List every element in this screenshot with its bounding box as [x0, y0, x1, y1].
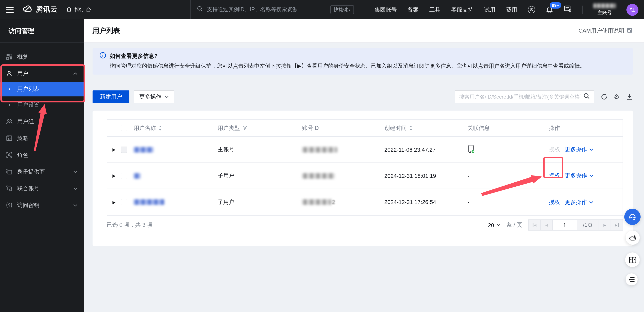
account-id-blurred [302, 147, 337, 152]
nav-tools[interactable]: 工具 [429, 6, 440, 14]
sidebar-item-label: 用户设置 [17, 101, 40, 109]
tencent-cloud-logo[interactable]: 腾讯云 [22, 5, 58, 14]
info-banner-title: 如何查看更多信息? [110, 52, 158, 60]
sidebar-item-label: 策略 [17, 134, 28, 142]
phone-verified-icon [468, 144, 475, 155]
row-more-label: 更多操作 [565, 198, 587, 206]
topbar: 腾讯云 控制台 支持通过实例ID、IP、名称等搜索资源 快捷键 / 集团账号 备… [0, 0, 644, 19]
linked-info-cell [468, 144, 549, 155]
row-more-actions[interactable]: 更多操作 [565, 198, 594, 206]
user-name-blurred[interactable] [134, 173, 140, 178]
info-banner: 如何查看更多信息? 访问管理对您的敏感信息进行安全升级保护，您可以点击列表中左侧… [92, 48, 633, 74]
user-name-blurred[interactable] [134, 147, 154, 152]
selection-summary: 已选 0 项，共 3 项 [107, 221, 152, 229]
sidebar-item-federated[interactable]: 联合账号 [0, 180, 84, 197]
chevron-down-icon [589, 201, 594, 203]
bullet-icon: • [6, 86, 17, 92]
row-more-actions[interactable]: 更多操作 [565, 172, 594, 180]
nav-support[interactable]: 客服支持 [451, 6, 474, 14]
current-page-input[interactable]: 1 [553, 220, 577, 230]
sort-icon[interactable] [158, 125, 162, 130]
sidebar-item-idp[interactable]: 身份提供商 [0, 163, 84, 180]
docs-fab[interactable] [625, 252, 640, 267]
row-expand-icon[interactable]: ▶ [112, 147, 116, 152]
sidebar-item-label: 用户组 [17, 118, 34, 125]
row-checkbox[interactable] [121, 146, 127, 153]
authorize-link[interactable]: 授权 [549, 198, 560, 206]
search-icon[interactable] [583, 92, 590, 101]
page-title: 用户列表 [92, 26, 120, 35]
sidebar-item-role[interactable]: 角色 [0, 146, 84, 163]
sidebar-item-user-settings[interactable]: • 用户设置 [0, 96, 84, 113]
select-all-checkbox[interactable] [121, 125, 127, 131]
cloud-alert-fab[interactable] [626, 230, 640, 245]
user-search-input[interactable] [459, 94, 580, 100]
sidebar-item-user[interactable]: 用户 [0, 65, 84, 82]
chevron-down-icon [589, 174, 594, 177]
sidebar-item-user-group[interactable]: 用户组 [0, 113, 84, 130]
sort-icon[interactable] [409, 125, 412, 130]
last-page-button[interactable]: ▶ [611, 220, 622, 230]
refresh-icon[interactable] [600, 94, 607, 100]
nav-group-account[interactable]: 集团账号 [374, 6, 397, 14]
more-actions-button[interactable]: 更多操作 [134, 90, 174, 103]
user-search-box[interactable] [454, 90, 594, 103]
sidebar-item-user-list[interactable]: • 用户列表 [0, 82, 84, 96]
console-label: 控制台 [74, 6, 91, 14]
row-expand-icon[interactable]: ▶ [112, 200, 116, 204]
cam-help-link[interactable]: CAM用户使用说明 [578, 27, 632, 35]
row-more-actions[interactable]: 更多操作 [565, 146, 594, 154]
grid-icon [6, 53, 12, 60]
row-checkbox[interactable] [121, 199, 127, 205]
nav-trial[interactable]: 试用 [484, 6, 495, 14]
console-nav[interactable]: 控制台 [66, 6, 91, 14]
sidebar-item-label: 身份提供商 [17, 168, 45, 176]
authorize-link[interactable]: 授权 [549, 172, 560, 180]
notification-bell[interactable]: 99+ [546, 6, 553, 14]
avatar[interactable]: 红 [626, 4, 638, 16]
ticket-icon[interactable] [564, 5, 572, 14]
user-name-blurred[interactable] [134, 199, 164, 205]
account-info[interactable]: 主账号 [594, 4, 616, 16]
table-row: ▶ 子用户 2 2024-12-31 17:26:54 - 授权 [107, 189, 622, 215]
sidebar: 访问管理 概览 用户 • 用户列表 [0, 19, 84, 312]
filter-funnel-icon[interactable] [242, 126, 247, 130]
page-size-unit: 条 / 页 [506, 221, 522, 229]
nav-billing[interactable]: 费用 [506, 6, 517, 14]
header-label: 操作 [549, 124, 560, 132]
new-user-button[interactable]: 新建用户 [92, 90, 130, 103]
account-id-suffix: 2 [332, 199, 335, 205]
pagination: 20 条 / 页 ◀ ◀ 1 /1页 ▶ ▶ [488, 220, 623, 230]
shortcut-badge: 快捷键 / [330, 5, 354, 14]
row-checkbox[interactable] [121, 172, 127, 179]
user-table-card: 用户名称 用户类型 账号ID [92, 110, 633, 246]
next-page-button[interactable]: ▶ [599, 220, 610, 230]
prev-page-button[interactable]: ◀ [541, 220, 552, 230]
gear-icon[interactable]: ⚙ [614, 94, 620, 100]
account-id-blurred [302, 173, 335, 178]
search-icon [197, 6, 203, 14]
sidebar-item-access-key[interactable]: 访问密钥 [0, 197, 84, 214]
more-actions-label: 更多操作 [139, 93, 162, 101]
global-search[interactable]: 支持通过实例ID、IP、名称等搜索资源 快捷键 / [190, 0, 360, 19]
table-row: ▶ 子用户 2024-12-31 18:01:19 - 授权 更多操作 [107, 163, 622, 189]
row-expand-icon[interactable]: ▶ [112, 173, 116, 178]
page-size-select[interactable]: 20 [488, 222, 500, 228]
support-chat-fab[interactable] [624, 209, 640, 225]
quick-entry-fab[interactable] [626, 274, 638, 286]
hamburger-menu-icon[interactable] [6, 7, 14, 13]
header-user-type[interactable]: 用户类型 [218, 124, 302, 132]
header-user-name[interactable]: 用户名称 [134, 124, 218, 132]
access-key-icon [6, 202, 12, 208]
chevron-down-icon [164, 96, 169, 98]
download-icon[interactable] [626, 94, 633, 100]
first-page-button[interactable]: ◀ [529, 220, 540, 230]
header-label: 关联信息 [468, 124, 490, 132]
sidebar-item-overview[interactable]: 概览 [0, 48, 84, 65]
nav-beian[interactable]: 备案 [408, 6, 418, 14]
chevron-down-icon [73, 187, 78, 190]
promo-circle-icon[interactable]: S [528, 6, 535, 13]
header-created-time[interactable]: 创建时间 [384, 124, 468, 132]
sidebar-item-policy[interactable]: 策略 [0, 130, 84, 146]
row-more-label: 更多操作 [565, 146, 587, 154]
